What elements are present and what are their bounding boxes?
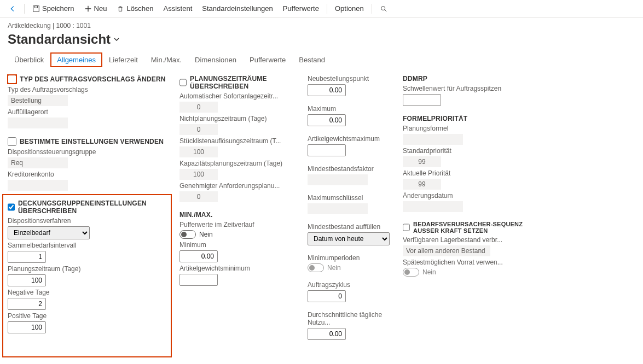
freeze-value: 0: [179, 124, 218, 135]
min-periods-field: Minimumperioden Nein: [308, 254, 390, 272]
column-1: TYP DES AUFTRAGSVORSCHLAGS ÄNDERN Typ de…: [8, 75, 166, 357]
tab-minmax[interactable]: Min./Max.: [144, 52, 188, 67]
reorder-field: Neubestellungspunkt: [308, 75, 390, 96]
cw-max-field: Artikelgewichtsmaximum: [308, 135, 390, 156]
options-button[interactable]: Optionen: [331, 2, 368, 15]
buffer-time-toggle[interactable]: Nein: [179, 230, 294, 239]
label: Auffülllagerort: [8, 108, 166, 116]
label: Automatischer Sofortanlagezeitr...: [179, 92, 294, 100]
override-order-type-checkbox[interactable]: [8, 75, 16, 84]
max-key-field: Maximumschlüssel: [308, 194, 390, 214]
coverage-period-field: Sammelbedarfsintervall: [8, 242, 166, 263]
coverage-code-select[interactable]: Einzelbedarf: [8, 226, 90, 239]
change-date-field: Änderungsdatum: [403, 192, 523, 212]
std-priority-value: 99: [403, 156, 441, 167]
use-latest-toggle[interactable]: Nein: [403, 268, 523, 277]
fulfill-warehouse-field: Auffülllagerort: [8, 108, 166, 128]
label: Planungszeitraum (Tage): [8, 265, 166, 273]
page-title[interactable]: Standardansicht: [0, 31, 643, 52]
label: Durchschnittliche tägliche Nutzu...: [308, 311, 390, 326]
spike-threshold-input[interactable]: [403, 94, 441, 106]
svg-rect-1: [34, 5, 37, 8]
tab-leadtime[interactable]: Lieferzeit: [102, 52, 144, 67]
negative-days-field: Negative Tage: [8, 289, 166, 310]
label: Artikelgewichtsmaximum: [308, 135, 390, 143]
order-cycle-input[interactable]: [308, 290, 346, 302]
arrow-left-icon: [9, 5, 16, 13]
label: Nichtplanungszeitraum (Tage): [179, 115, 294, 122]
section-header-formula-priority: FORMELPRIORITÄT: [403, 115, 523, 122]
coverage-period-input[interactable]: [8, 251, 46, 263]
assistant-button[interactable]: Assistent: [159, 2, 197, 15]
section-title: MIN./MAX.: [179, 211, 212, 219]
new-label: Neu: [94, 4, 107, 13]
minimum-field: Minimum: [179, 241, 294, 262]
minimum-input[interactable]: [179, 250, 218, 262]
override-coverage-checkbox[interactable]: [8, 203, 15, 212]
toggle-label: Nein: [422, 268, 436, 276]
defaults-button[interactable]: Standardeinstellungen: [198, 2, 277, 15]
adu-input[interactable]: [308, 328, 346, 340]
tab-dimensions[interactable]: Dimensionen: [188, 52, 243, 67]
approved-req-field: Genehmigter Anforderungsplanu... 0: [179, 182, 294, 202]
fulfill-min-field: Mindestbestand auffüllen Datum von heute: [308, 223, 390, 245]
fulfill-min-select[interactable]: Datum von heute: [308, 232, 390, 245]
positive-days-field: Positive Tage: [8, 312, 166, 333]
section-title: DDMRP: [403, 75, 427, 83]
cw-min-field: Artikelgewichtsminimum: [179, 265, 294, 286]
buffer-button[interactable]: Pufferwerte: [279, 2, 323, 15]
content: TYP DES AUFTRAGSVORSCHLAGS ÄNDERN Typ de…: [0, 67, 643, 364]
approved-req-value: 0: [179, 191, 218, 202]
tab-general[interactable]: Allgemeines: [50, 52, 102, 67]
min-periods-toggle[interactable]: Nein: [308, 263, 390, 272]
negative-days-input[interactable]: [8, 298, 46, 310]
consume-onhand-field: Verfügbaren Lagerbestand verbr... Vor al…: [403, 236, 523, 256]
coverage-group-value: Req: [8, 157, 68, 168]
order-cycle-field: Auftragszyklus: [308, 281, 390, 302]
vendor-account-field: Kreditorenkonto: [8, 171, 166, 191]
label: Aktuelle Priorität: [403, 169, 523, 177]
delete-label: Löschen: [126, 4, 153, 13]
cw-max-input[interactable]: [308, 144, 346, 156]
cw-min-input[interactable]: [179, 274, 218, 286]
delete-button[interactable]: Löschen: [112, 2, 158, 15]
label: Verfügbaren Lagerbestand verbr...: [403, 236, 523, 244]
label: Dispositionsverfahren: [8, 217, 166, 225]
plan-formula-field: Planungsformel: [403, 125, 523, 145]
search-button[interactable]: [375, 3, 392, 15]
override-pegging-checkbox[interactable]: [403, 223, 410, 232]
override-time-fences-checkbox[interactable]: [179, 78, 187, 87]
time-fence-input[interactable]: [8, 274, 46, 286]
maximum-input[interactable]: [308, 114, 346, 126]
tab-buffer[interactable]: Pufferwerte: [243, 52, 292, 67]
chevron-down-icon: [113, 36, 120, 43]
positive-days-input[interactable]: [8, 321, 46, 333]
label: Sammelbedarfsintervall: [8, 242, 166, 249]
min-factor-value: [308, 174, 368, 185]
new-button[interactable]: Neu: [80, 2, 112, 15]
save-button[interactable]: Speichern: [28, 2, 79, 15]
coverage-group-field: Dispositionssteuerungsgruppe Req: [8, 148, 166, 168]
label: Positive Tage: [8, 312, 166, 320]
breadcrumb: Artikeldeckung | 1000 : 1001: [0, 17, 643, 31]
reorder-input[interactable]: [308, 84, 346, 96]
svg-rect-0: [33, 5, 39, 11]
cur-priority-value: 99: [403, 179, 441, 190]
page-title-text: Standardansicht: [8, 32, 111, 47]
maximum-field: Maximum: [308, 105, 390, 126]
column-4: DDMRP Schwellenwert für Auftragsspitzen …: [403, 75, 523, 279]
section-header-specific-settings: BESTIMMTE EINSTELLUNGEN VERWENDEN: [8, 137, 166, 146]
bom-explosion-field: Stücklistenauflösungszeitraum (T... 100: [179, 137, 294, 157]
use-specific-settings-checkbox[interactable]: [8, 137, 16, 146]
section-title: PLANUNGSZEITRÄUME ÜBERSCHREIBEN: [190, 75, 294, 90]
consume-onhand-value: Vor allem anderen Bestand: [403, 245, 490, 256]
vendor-account-value: [8, 180, 68, 191]
override-coverage-group-box: DECKUNGSGRUPPENEINSTELLUNGEN ÜBERSCHREIB…: [2, 194, 172, 357]
auto-firm-field: Automatischer Sofortanlagezeitr... 0: [179, 92, 294, 113]
back-button[interactable]: [4, 3, 21, 15]
label: Dispositionssteuerungsgruppe: [8, 148, 166, 156]
spike-threshold-field: Schwellenwert für Auftragsspitzen: [403, 85, 523, 106]
tab-inventory[interactable]: Bestand: [292, 52, 332, 67]
tab-overview[interactable]: Überblick: [8, 52, 50, 67]
toggle-label: Nein: [199, 231, 213, 238]
